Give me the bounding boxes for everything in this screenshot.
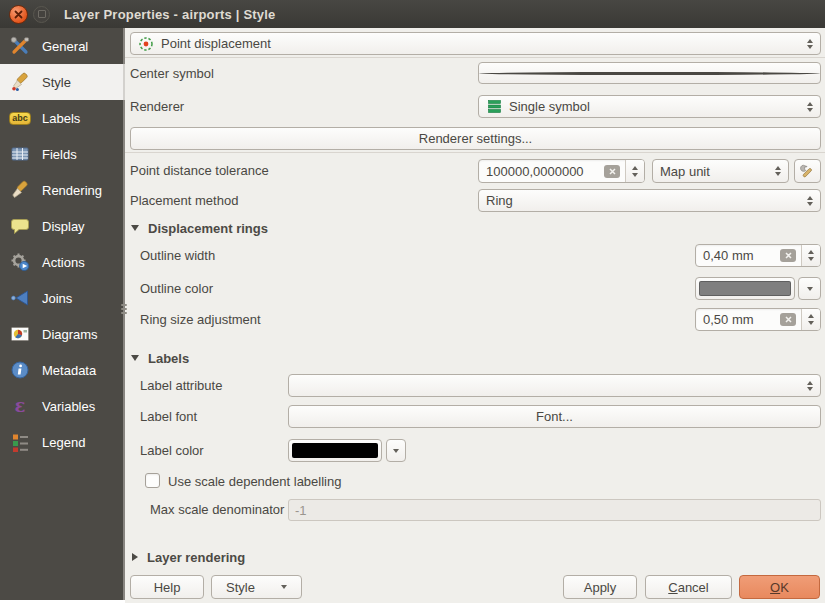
render-brush-icon — [7, 179, 33, 201]
max-scale-denominator-input — [288, 499, 821, 521]
clear-field-icon[interactable] — [604, 165, 620, 178]
renderer-type-value: Point displacement — [156, 36, 807, 51]
ring-size-value: 0,50 mm — [696, 312, 780, 327]
spinner-buttons[interactable] — [801, 245, 820, 266]
label-color-dropdown-button[interactable] — [386, 439, 406, 462]
sidebar-item-labels[interactable]: abc Labels — [0, 100, 125, 136]
splitter[interactable] — [123, 28, 125, 600]
label-color-label: Label color — [140, 443, 204, 459]
sidebar-item-label: Fields — [42, 147, 77, 162]
sidebar-item-actions[interactable]: Actions — [0, 244, 125, 280]
sidebar-item-label: Joins — [42, 291, 72, 306]
abc-tag-icon: abc — [7, 107, 33, 129]
labels-group-header[interactable]: Labels — [131, 350, 189, 366]
outline-color-button[interactable] — [695, 277, 795, 300]
cancel-button[interactable]: Cancel — [645, 575, 732, 599]
splitter-handle-icon — [121, 304, 127, 314]
center-symbol-label: Center symbol — [130, 66, 214, 82]
info-circle-icon — [7, 359, 33, 381]
single-symbol-icon — [484, 99, 504, 115]
sidebar-item-label: Diagrams — [42, 327, 98, 342]
placement-method-label: Placement method — [130, 193, 238, 209]
sidebar-item-rendering[interactable]: Rendering — [0, 172, 125, 208]
renderer-select[interactable]: Single symbol — [478, 95, 821, 118]
close-button[interactable] — [9, 5, 28, 24]
collapse-expanded-icon — [131, 355, 139, 361]
join-arrow-icon — [7, 287, 33, 309]
displacement-rings-group-header[interactable]: Displacement rings — [131, 220, 268, 236]
sidebar-item-style[interactable]: Style — [0, 64, 125, 100]
placement-method-value: Ring — [479, 193, 807, 208]
sidebar-item-variables[interactable]: ε Variables — [0, 388, 125, 424]
apply-button[interactable]: Apply — [563, 575, 637, 599]
sidebar-item-display[interactable]: Display — [0, 208, 125, 244]
label-font-button[interactable]: Font... — [288, 405, 821, 428]
maximize-button[interactable] — [33, 6, 50, 23]
label-color-swatch — [292, 443, 378, 458]
window-title: Layer Properties - airports | Style — [64, 7, 276, 22]
label-attribute-select[interactable] — [288, 374, 821, 397]
renderer-value: Single symbol — [504, 99, 807, 114]
help-button[interactable]: Help — [130, 575, 204, 599]
paintbrush-icon — [7, 71, 33, 93]
chevron-down-icon — [393, 449, 399, 453]
sidebar-item-label: Display — [42, 219, 85, 234]
outline-width-label: Outline width — [140, 248, 215, 264]
collapse-collapsed-icon — [132, 553, 138, 561]
outline-color-dropdown-button[interactable] — [798, 277, 821, 300]
sidebar-item-label: Metadata — [42, 363, 96, 378]
layer-rendering-group-header[interactable]: Layer rendering — [132, 549, 245, 565]
outline-color-swatch — [699, 281, 791, 296]
maximize-icon — [38, 10, 46, 18]
spinner-buttons[interactable] — [801, 309, 820, 330]
sidebar-item-label: Style — [42, 75, 71, 90]
layer-properties-dialog: Layer Properties - airports | Style Gene… — [0, 0, 825, 603]
tolerance-label: Point distance tolerance — [130, 163, 269, 179]
outline-width-value: 0,40 mm — [696, 248, 780, 263]
sidebar-item-label: Variables — [42, 399, 95, 414]
ring-size-label: Ring size adjustment — [140, 312, 261, 328]
close-icon — [14, 10, 23, 19]
renderer-type-select[interactable]: Point displacement — [130, 32, 821, 55]
max-scale-label: Max scale denominator — [150, 502, 284, 518]
combo-arrows-icon — [775, 166, 781, 176]
center-symbol-preview-icon — [479, 72, 820, 75]
clear-field-icon[interactable] — [780, 313, 796, 326]
tolerance-spinbox[interactable]: 100000,0000000 — [478, 159, 645, 183]
label-color-button[interactable] — [288, 439, 382, 462]
sidebar-item-legend[interactable]: Legend — [0, 424, 125, 460]
collapse-expanded-icon — [131, 225, 139, 231]
combo-arrows-icon — [807, 39, 813, 49]
tolerance-unit-value: Map unit — [653, 164, 775, 179]
diagram-icon — [7, 323, 33, 345]
combo-arrows-icon — [807, 196, 813, 206]
legend-list-icon — [7, 431, 33, 453]
style-menu-button[interactable]: Style — [211, 575, 302, 599]
gear-play-icon — [7, 251, 33, 273]
data-defined-override-button[interactable] — [794, 159, 821, 183]
table-icon — [7, 143, 33, 165]
sidebar-item-label: Rendering — [42, 183, 102, 198]
label-attribute-label: Label attribute — [140, 378, 222, 394]
clear-field-icon[interactable] — [780, 249, 796, 262]
wrench-icon — [800, 164, 815, 179]
sidebar-item-diagrams[interactable]: Diagrams — [0, 316, 125, 352]
combo-arrows-icon — [807, 102, 813, 112]
ring-size-spinbox[interactable]: 0,50 mm — [695, 308, 821, 331]
sidebar-item-joins[interactable]: Joins — [0, 280, 125, 316]
spinner-buttons[interactable] — [625, 160, 644, 182]
tools-icon — [7, 35, 33, 57]
sidebar-item-fields[interactable]: Fields — [0, 136, 125, 172]
center-symbol-button[interactable] — [478, 62, 821, 84]
separator — [125, 57, 825, 58]
ok-button[interactable]: OK — [739, 575, 820, 599]
placement-method-select[interactable]: Ring — [478, 189, 821, 212]
outline-width-spinbox[interactable]: 0,40 mm — [695, 244, 821, 267]
tolerance-unit-select[interactable]: Map unit — [652, 159, 789, 183]
renderer-settings-button[interactable]: Renderer settings... — [130, 127, 821, 150]
sidebar-item-metadata[interactable]: Metadata — [0, 352, 125, 388]
sidebar: General Style abc Labels — [0, 28, 125, 600]
epsilon-icon: ε — [7, 395, 33, 417]
scale-dependent-checkbox[interactable] — [145, 473, 160, 488]
sidebar-item-general[interactable]: General — [0, 28, 125, 64]
